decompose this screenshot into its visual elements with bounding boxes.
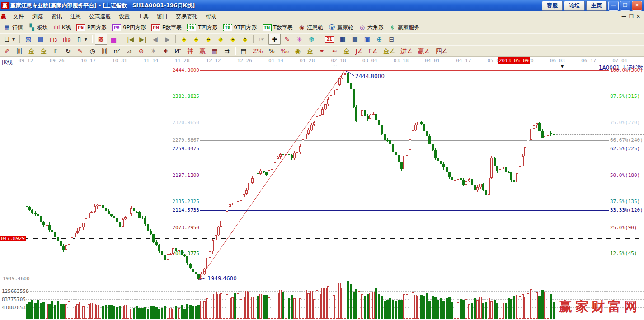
menu-帮助[interactable]: 帮助 (202, 12, 221, 21)
period-daily-dropdown[interactable]: 日▼ (1, 34, 17, 44)
mdi-close-button[interactable]: ✕ (636, 14, 640, 19)
ying-tool[interactable]: 赢 (197, 46, 208, 56)
menu-工具[interactable]: 工具 (134, 12, 153, 21)
mdi-minimize-button[interactable]: — (621, 14, 626, 19)
single-candle-dropdown[interactable]: ▯▼ (74, 34, 89, 44)
volume-profile-button[interactable]: ▅ (108, 34, 119, 44)
menu-江恩[interactable]: 江恩 (66, 12, 85, 21)
zoom-left-diamond[interactable]: ◆← (179, 34, 190, 44)
notes-button-icon: ▤ (352, 36, 358, 43)
t-square-button[interactable]: TST四方形 (185, 23, 220, 32)
zoom-h-diamond[interactable]: ◆↔ (203, 34, 214, 44)
chart-style-button[interactable]: ▧ (23, 34, 34, 44)
menu-设置[interactable]: 设置 (115, 12, 134, 21)
calculator-button[interactable]: ▦ (337, 34, 348, 44)
n-square-tool[interactable]: n² (111, 46, 122, 56)
homepage-button[interactable]: 主页 (586, 1, 607, 11)
star-circle-tool[interactable]: ✳ (148, 46, 159, 56)
notes-button[interactable]: ▤ (349, 34, 361, 44)
menu-资讯[interactable]: 资讯 (47, 12, 66, 21)
percent-tool[interactable]: % (266, 46, 277, 56)
gold-split-tool-2[interactable]: 金 (38, 46, 49, 56)
zoom-right-diamond[interactable]: ◆→ (191, 34, 202, 44)
first-page-button[interactable]: |◀ (125, 34, 136, 44)
mdi-restore-button[interactable]: ❐ (629, 14, 634, 19)
menu-交易委托[interactable]: 交易委托 (172, 12, 202, 21)
brush-tool[interactable]: ✒ (316, 46, 328, 56)
scale-list-tool[interactable]: ▤ (238, 46, 249, 56)
compress-diamond[interactable]: ◆⇄ (215, 34, 226, 44)
jin-angle-tool[interactable]: 进∠ (398, 46, 415, 56)
kline-button[interactable]: ılılK线 (51, 23, 73, 32)
gann-wheel-button[interactable]: ◉江恩轮 (296, 23, 325, 32)
calendar-button[interactable]: 21 (323, 34, 336, 44)
last-page-button[interactable]: ▶| (137, 34, 148, 44)
si-angle-tool[interactable]: 四∠ (433, 46, 450, 56)
volume-plot[interactable]: 1256635588377570541887853 (0, 283, 644, 320)
spiral-tool[interactable]: ↻ (62, 46, 74, 56)
winner-wheel-button[interactable]: Ⓑ赢家轮 (326, 23, 356, 32)
f-angle-tool[interactable]: F∠ (366, 46, 380, 56)
j-angle-tool[interactable]: J∠ (353, 46, 365, 56)
smart-analysis-button[interactable]: ❆ (306, 34, 317, 44)
permille-tool[interactable]: ‰ (278, 46, 291, 56)
f-rail-tool[interactable]: F (50, 46, 61, 56)
gold-split-tool-1[interactable]: 金 (26, 46, 37, 56)
gold-bar-tool[interactable]: 金 (304, 46, 315, 56)
customer-service-button[interactable]: 客服 (542, 1, 563, 11)
menu-公式选股[interactable]: 公式选股 (85, 12, 115, 21)
winner-service-button[interactable]: $赢家服务 (387, 23, 422, 32)
ying-angle-tool[interactable]: 赢∠ (416, 46, 432, 56)
chip-distribution-button[interactable]: ▩ (95, 34, 107, 45)
p-square-button[interactable]: PSP四方形 (74, 23, 109, 32)
9t-square-button[interactable]: T99T四方形 (221, 23, 259, 32)
shen-tool[interactable]: 神 (185, 46, 196, 56)
time-cycle-tool[interactable]: ◷ (87, 46, 98, 56)
gold-line-tool[interactable]: 金 (341, 46, 352, 56)
time-rail-tool[interactable]: 卌 (14, 46, 25, 56)
price-plot[interactable]: 2444.8000100.0%(360)2382.882587.5%(315)2… (0, 57, 644, 283)
wave-mark-tool[interactable]: И″ (172, 46, 184, 56)
expand-diamond[interactable]: ◆+ (227, 34, 239, 44)
zoom-v-diamond[interactable]: ◆↕ (240, 34, 251, 44)
angle-pen-tool[interactable]: ✎ (75, 46, 86, 56)
restore-button[interactable]: ❐ (620, 1, 630, 11)
web-button[interactable]: ⊕ (374, 34, 385, 44)
trendline-tool-button[interactable]: ✎ (282, 34, 293, 44)
gold-angle-tool[interactable]: 金∠ (381, 46, 398, 56)
chart-area[interactable]: 09-1209-2610-1710-3111-1411-2812-1212-26… (0, 57, 644, 320)
print-button[interactable]: ⊟ (386, 34, 397, 44)
gold-circle-tool[interactable]: ◉ (292, 46, 303, 56)
kline-3-button[interactable]: ılı₃ (47, 34, 59, 44)
menu-窗口[interactable]: 窗口 (153, 12, 172, 21)
menu-浏览[interactable]: 浏览 (28, 12, 47, 21)
measure-pen-tool[interactable]: ✐ (1, 46, 13, 56)
angle-line-tool[interactable]: ⊿ (123, 46, 135, 56)
t-number-table-button[interactable]: TNT数字表 (260, 23, 295, 32)
sectors-button[interactable]: ▚板块 (26, 23, 50, 32)
boxed-star-tool[interactable]: ❖ (160, 46, 171, 56)
period-daily-dropdown-dropdown-arrow-icon: ▼ (12, 37, 15, 42)
span-arrows-tool[interactable]: ⇉ (221, 46, 233, 56)
price-rail-tool[interactable]: 卌 (99, 46, 110, 56)
z-percent-tool[interactable]: Z% (250, 46, 265, 56)
quotes-button[interactable]: ▦行情 (1, 23, 25, 32)
info-panel-button[interactable]: ▤ (35, 34, 46, 44)
p-number-table-button[interactable]: PNP数字表 (149, 23, 184, 32)
forum-button[interactable]: 论坛 (564, 1, 585, 11)
gann-flower-button[interactable]: ✳ (294, 34, 305, 44)
close-button[interactable]: ✕ (632, 1, 642, 11)
menu-文件[interactable]: 文件 (9, 12, 28, 21)
crosshair-tool-button[interactable]: ✚ (268, 34, 281, 45)
prev-button[interactable]: ◀ (150, 34, 161, 44)
hand-tool-button[interactable]: ☞ (256, 34, 268, 44)
save-button[interactable]: ▣ (362, 34, 373, 44)
circle-cross-tool[interactable]: ⊕ (136, 46, 147, 56)
wave-band-tool[interactable]: ≈ (329, 46, 340, 56)
kline-9-button[interactable]: ılı₉ (60, 34, 72, 44)
9p-square-button[interactable]: P99P四方形 (110, 23, 148, 32)
minimize-button[interactable]: — (608, 1, 619, 11)
next-button[interactable]: ▶ (162, 34, 173, 44)
grid-box-tool[interactable]: ▦ (209, 46, 221, 56)
hexagon-button[interactable]: ◎六角形 (357, 23, 386, 32)
